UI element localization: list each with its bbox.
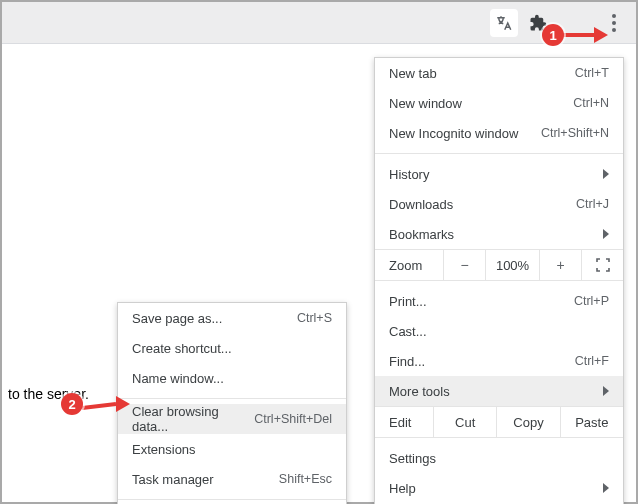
menu-shortcut: Ctrl+P xyxy=(574,294,609,308)
menu-label: New tab xyxy=(389,66,575,81)
edit-cut-button[interactable]: Cut xyxy=(433,407,496,437)
menu-shortcut: Ctrl+J xyxy=(576,197,609,211)
menu-help[interactable]: Help xyxy=(375,473,623,503)
more-tools-submenu: Save page as... Ctrl+S Create shortcut..… xyxy=(117,302,347,504)
annotation-arrow-2 xyxy=(82,396,130,416)
submenu-clear-browsing-data[interactable]: Clear browsing data... Ctrl+Shift+Del xyxy=(118,404,346,434)
menu-shortcut: Ctrl+F xyxy=(575,354,609,368)
menu-cast[interactable]: Cast... xyxy=(375,316,623,346)
menu-settings[interactable]: Settings xyxy=(375,443,623,473)
svg-point-0 xyxy=(612,14,616,18)
svg-marker-6 xyxy=(116,396,130,412)
chevron-right-icon xyxy=(603,384,609,399)
annotation-arrow-1 xyxy=(562,25,608,45)
zoom-label: Zoom xyxy=(375,258,443,273)
menu-new-incognito[interactable]: New Incognito window Ctrl+Shift+N xyxy=(375,118,623,148)
menu-label: Find... xyxy=(389,354,575,369)
menu-shortcut: Ctrl+Shift+N xyxy=(541,126,609,140)
menu-separator xyxy=(375,153,623,154)
menu-label: Print... xyxy=(389,294,574,309)
menu-print[interactable]: Print... Ctrl+P xyxy=(375,286,623,316)
menu-label: New window xyxy=(389,96,573,111)
menu-label: Cast... xyxy=(389,324,609,339)
menu-edit-row: Edit Cut Copy Paste xyxy=(375,406,623,438)
chrome-main-menu: New tab Ctrl+T New window Ctrl+N New Inc… xyxy=(374,57,624,504)
svg-marker-4 xyxy=(594,27,608,43)
svg-point-1 xyxy=(612,21,616,25)
browser-window: to the server. New tab Ctrl+T New window… xyxy=(0,0,638,504)
chevron-right-icon xyxy=(603,167,609,182)
svg-point-2 xyxy=(612,28,616,32)
submenu-extensions[interactable]: Extensions xyxy=(118,434,346,464)
menu-history[interactable]: History xyxy=(375,159,623,189)
menu-new-window[interactable]: New window Ctrl+N xyxy=(375,88,623,118)
menu-label: Create shortcut... xyxy=(132,341,332,356)
menu-label: Bookmarks xyxy=(389,227,603,242)
menu-label: Help xyxy=(389,481,603,496)
submenu-save-page[interactable]: Save page as... Ctrl+S xyxy=(118,303,346,333)
submenu-create-shortcut[interactable]: Create shortcut... xyxy=(118,333,346,363)
annotation-badge-1: 1 xyxy=(542,24,564,46)
menu-find[interactable]: Find... Ctrl+F xyxy=(375,346,623,376)
menu-separator xyxy=(118,499,346,500)
menu-separator xyxy=(118,398,346,399)
menu-label: Save page as... xyxy=(132,311,297,326)
menu-downloads[interactable]: Downloads Ctrl+J xyxy=(375,189,623,219)
menu-label: New Incognito window xyxy=(389,126,541,141)
edit-copy-button[interactable]: Copy xyxy=(496,407,559,437)
menu-label: Task manager xyxy=(132,472,279,487)
browser-toolbar xyxy=(2,2,636,44)
menu-label: More tools xyxy=(389,384,603,399)
menu-new-tab[interactable]: New tab Ctrl+T xyxy=(375,58,623,88)
edit-paste-button[interactable]: Paste xyxy=(560,407,623,437)
submenu-name-window[interactable]: Name window... xyxy=(118,363,346,393)
menu-shortcut: Ctrl+Shift+Del xyxy=(254,412,332,426)
menu-more-tools[interactable]: More tools xyxy=(375,376,623,406)
translate-icon[interactable] xyxy=(490,9,518,37)
annotation-badge-2: 2 xyxy=(61,393,83,415)
chevron-right-icon xyxy=(603,227,609,242)
menu-label: Downloads xyxy=(389,197,576,212)
menu-label: Clear browsing data... xyxy=(132,404,254,434)
menu-bookmarks[interactable]: Bookmarks xyxy=(375,219,623,249)
submenu-task-manager[interactable]: Task manager Shift+Esc xyxy=(118,464,346,494)
svg-line-5 xyxy=(82,404,116,408)
menu-label: Settings xyxy=(389,451,609,466)
menu-shortcut: Shift+Esc xyxy=(279,472,332,486)
edit-label: Edit xyxy=(375,415,433,430)
menu-shortcut: Ctrl+S xyxy=(297,311,332,325)
zoom-value: 100% xyxy=(485,250,539,280)
menu-label: Name window... xyxy=(132,371,332,386)
chevron-right-icon xyxy=(603,481,609,496)
zoom-in-button[interactable]: + xyxy=(539,250,581,280)
menu-label: History xyxy=(389,167,603,182)
zoom-out-button[interactable]: − xyxy=(443,250,485,280)
menu-shortcut: Ctrl+T xyxy=(575,66,609,80)
menu-zoom-row: Zoom − 100% + xyxy=(375,249,623,281)
menu-label: Extensions xyxy=(132,442,332,457)
menu-shortcut: Ctrl+N xyxy=(573,96,609,110)
fullscreen-button[interactable] xyxy=(581,250,623,280)
